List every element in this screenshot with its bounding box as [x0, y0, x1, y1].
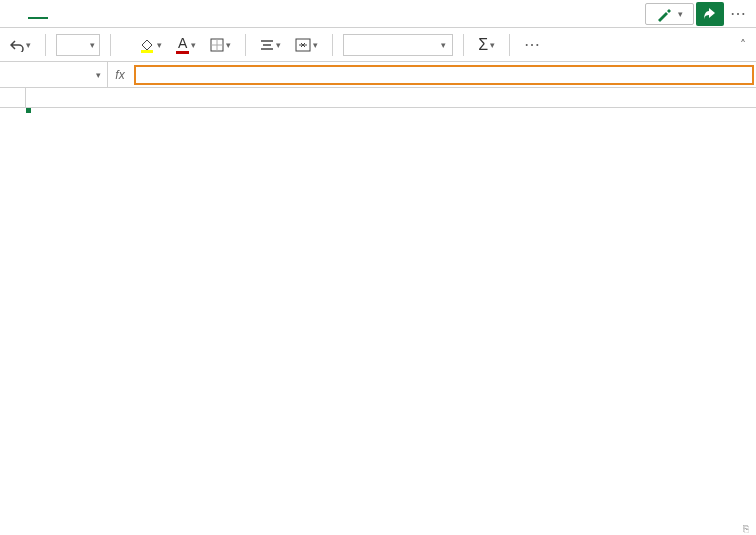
ribbon-more[interactable]: ⋯: [520, 33, 544, 56]
pen-icon: [656, 6, 672, 22]
borders-icon: [210, 38, 224, 52]
menu-page-layout[interactable]: [94, 10, 114, 18]
font-size-selector[interactable]: ▾: [56, 34, 100, 56]
sheet-canvas[interactable]: [26, 108, 756, 521]
menu-file[interactable]: [6, 10, 26, 18]
ribbon-toolbar: ▾ ▾ ▾ A▾ ▾ ▾ ▾ ▾ Σ▾ ⋯ ˄: [0, 28, 756, 62]
fx-label[interactable]: fx: [108, 68, 132, 82]
name-box[interactable]: ▾: [0, 62, 108, 88]
share-icon: [703, 7, 717, 21]
selection-indicator: [26, 108, 30, 112]
align-center-icon: [260, 38, 274, 52]
fill-handle[interactable]: [26, 108, 31, 113]
bold-button[interactable]: [121, 43, 129, 47]
undo-button[interactable]: ▾: [6, 36, 35, 54]
paint-bucket-icon: [139, 37, 155, 53]
menu-insert[interactable]: [50, 10, 70, 18]
column-headers: [26, 88, 756, 108]
menu-more[interactable]: ⋯: [726, 2, 750, 25]
spreadsheet-grid: [0, 88, 756, 521]
watermark: ⎘: [740, 522, 752, 535]
autosum-button[interactable]: Σ▾: [474, 34, 499, 56]
menu-data[interactable]: [138, 10, 158, 18]
menu-home[interactable]: [28, 9, 48, 19]
menu-formulas[interactable]: [116, 10, 136, 18]
undo-icon: [10, 38, 24, 52]
formula-bar: ▾ fx: [0, 62, 756, 88]
svg-rect-0: [141, 50, 153, 53]
menu-draw[interactable]: [72, 10, 92, 18]
formula-input[interactable]: [134, 65, 754, 85]
ribbon-collapse[interactable]: ˄: [736, 36, 750, 54]
share-button[interactable]: [696, 2, 724, 26]
menu-bar: ▾ ⋯: [0, 0, 756, 28]
font-color-button[interactable]: A▾: [172, 33, 200, 56]
draw-mode-toggle[interactable]: ▾: [645, 3, 694, 25]
borders-button[interactable]: ▾: [206, 36, 235, 54]
merge-icon: [295, 38, 311, 52]
number-format-selector[interactable]: ▾: [343, 34, 453, 56]
align-button[interactable]: ▾: [256, 36, 285, 54]
select-all-corner[interactable]: [0, 88, 26, 108]
fill-color-button[interactable]: ▾: [135, 35, 166, 55]
merge-button[interactable]: ▾: [291, 36, 322, 54]
